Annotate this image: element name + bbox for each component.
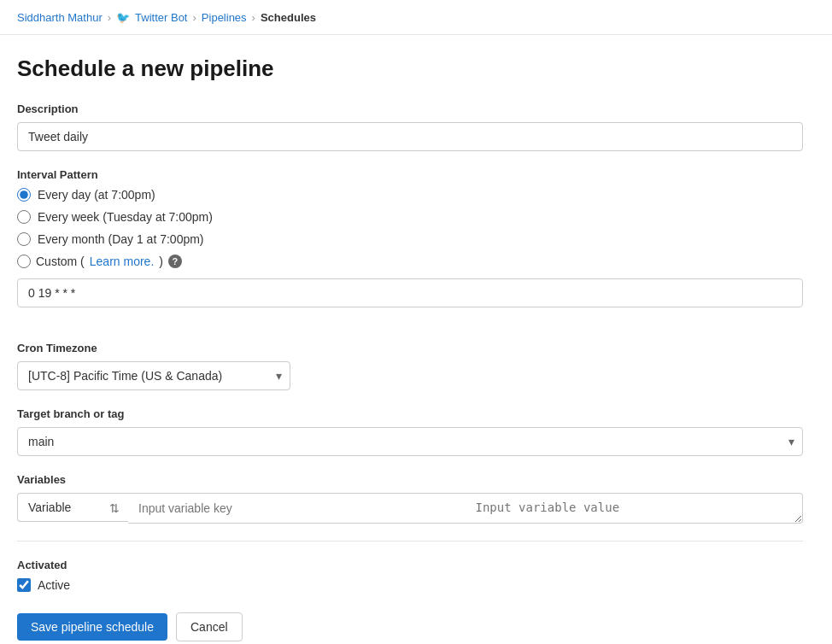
variables-label: Variables [17, 473, 803, 486]
variables-section: Variables Variable File ⇅ [17, 473, 803, 524]
branch-select[interactable]: main develop staging production [17, 427, 803, 456]
radio-daily-input[interactable] [17, 188, 31, 202]
page-title: Schedule a new pipeline [17, 56, 803, 82]
breadcrumb-sep-1: › [108, 11, 111, 24]
radio-weekly[interactable]: Every week (Tuesday at 7:00pm) [17, 210, 803, 224]
radio-custom-row[interactable]: Custom ( Learn more. ) ? [17, 255, 803, 268]
radio-custom-label: Custom ( [36, 255, 85, 268]
timezone-label: Cron Timezone [17, 342, 803, 354]
var-key-input[interactable] [128, 493, 466, 524]
radio-weekly-input[interactable] [17, 210, 31, 224]
branch-label: Target branch or tag [17, 407, 803, 420]
description-label: Description [17, 102, 803, 115]
radio-group: Every day (at 7:00pm) Every week (Tuesda… [17, 188, 803, 268]
divider [17, 541, 803, 542]
breadcrumb-pipelines[interactable]: Pipelines [202, 11, 247, 24]
var-type-wrapper: Variable File ⇅ [17, 493, 128, 524]
breadcrumb-user[interactable]: Siddharth Mathur [17, 11, 103, 24]
active-label[interactable]: Active [38, 578, 70, 592]
breadcrumb-current: Schedules [261, 11, 316, 24]
timezone-select[interactable]: [UTC-8] Pacific Time (US & Canada) [UTC-… [17, 361, 290, 390]
help-icon[interactable]: ? [168, 255, 182, 268]
activated-section: Activated Active [17, 559, 803, 592]
radio-custom-input[interactable] [17, 255, 31, 268]
save-button[interactable]: Save pipeline schedule [17, 613, 167, 641]
description-section: Description [17, 102, 803, 151]
active-checkbox[interactable] [17, 578, 31, 592]
radio-weekly-label: Every week (Tuesday at 7:00pm) [38, 210, 213, 224]
cron-input[interactable] [17, 278, 803, 307]
active-row: Active [17, 578, 803, 592]
custom-suffix: ) [159, 255, 163, 268]
timezone-select-wrapper: [UTC-8] Pacific Time (US & Canada) [UTC-… [17, 361, 290, 390]
var-value-input[interactable] [466, 493, 804, 524]
learn-more-link[interactable]: Learn more. [90, 255, 154, 268]
breadcrumb: Siddharth Mathur › 🐦 Twitter Bot › Pipel… [0, 0, 832, 35]
description-input[interactable] [17, 122, 803, 151]
cancel-button[interactable]: Cancel [176, 612, 243, 641]
interval-label: Interval Pattern [17, 168, 803, 181]
radio-monthly[interactable]: Every month (Day 1 at 7:00pm) [17, 232, 803, 246]
twitter-icon: 🐦 [116, 10, 130, 24]
activated-label: Activated [17, 559, 803, 571]
button-row: Save pipeline schedule Cancel [17, 612, 803, 641]
branch-section: Target branch or tag main develop stagin… [17, 407, 803, 456]
radio-daily[interactable]: Every day (at 7:00pm) [17, 188, 803, 202]
breadcrumb-sep-2: › [193, 11, 196, 24]
breadcrumb-project[interactable]: Twitter Bot [135, 11, 187, 24]
radio-monthly-input[interactable] [17, 232, 31, 246]
radio-daily-label: Every day (at 7:00pm) [38, 188, 155, 202]
variables-row: Variable File ⇅ [17, 493, 803, 524]
interval-section: Interval Pattern Every day (at 7:00pm) E… [17, 168, 803, 325]
timezone-section: Cron Timezone [UTC-8] Pacific Time (US &… [17, 342, 803, 390]
var-type-select[interactable]: Variable File [17, 493, 128, 522]
branch-select-wrapper: main develop staging production ▾ [17, 427, 803, 456]
main-content: Schedule a new pipeline Description Inte… [0, 35, 820, 644]
breadcrumb-sep-3: › [252, 11, 255, 24]
radio-monthly-label: Every month (Day 1 at 7:00pm) [38, 232, 204, 246]
